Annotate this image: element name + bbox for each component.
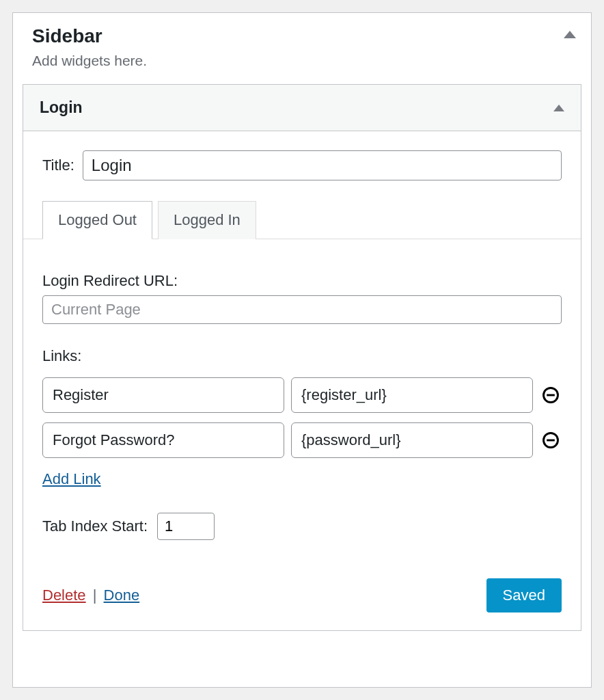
done-link[interactable]: Done <box>104 587 140 604</box>
tab-logged-out[interactable]: Logged Out <box>42 201 152 239</box>
sidebar-header: Sidebar Add widgets here. <box>13 13 591 84</box>
remove-circle-icon <box>541 386 560 405</box>
tabindex-input[interactable] <box>157 513 215 540</box>
tabs: Logged Out Logged In <box>23 201 581 239</box>
widget-header[interactable]: Login <box>23 85 581 131</box>
title-row: Title: <box>42 150 562 180</box>
widget-body: Title: Logged Out Logged In Login Redire… <box>23 131 581 630</box>
tab-logged-in[interactable]: Logged In <box>158 201 256 239</box>
sidebar-panel: Sidebar Add widgets here. Login Title: L… <box>12 12 592 688</box>
link-label-input[interactable] <box>42 422 284 458</box>
tabindex-row: Tab Index Start: <box>42 513 562 540</box>
saved-button[interactable]: Saved <box>486 578 562 612</box>
redirect-section: Login Redirect URL: <box>42 272 562 324</box>
redirect-label: Login Redirect URL: <box>42 272 562 290</box>
collapse-up-icon[interactable] <box>564 31 576 38</box>
link-row <box>42 422 562 458</box>
links-section: Links: <box>42 347 562 488</box>
remove-link-button[interactable] <box>540 384 562 406</box>
redirect-input[interactable] <box>42 295 562 324</box>
title-input[interactable] <box>83 150 562 180</box>
remove-link-button[interactable] <box>540 429 562 451</box>
tabindex-label: Tab Index Start: <box>42 517 148 535</box>
title-label: Title: <box>42 157 74 174</box>
link-url-input[interactable] <box>291 422 533 458</box>
links-label: Links: <box>42 347 562 365</box>
widget-title: Login <box>40 98 83 117</box>
link-url-input[interactable] <box>291 377 533 413</box>
footer-links: Delete | Done <box>42 587 139 604</box>
separator: | <box>93 587 97 604</box>
link-label-input[interactable] <box>42 377 284 413</box>
widget-login: Login Title: Logged Out Logged In Login … <box>23 84 581 631</box>
collapse-up-icon <box>553 105 564 111</box>
remove-circle-icon <box>541 431 560 450</box>
sidebar-title: Sidebar <box>32 25 572 47</box>
link-row <box>42 377 562 413</box>
sidebar-description: Add widgets here. <box>32 53 572 69</box>
add-link-button[interactable]: Add Link <box>42 470 101 488</box>
delete-link[interactable]: Delete <box>42 587 86 604</box>
widget-footer: Delete | Done Saved <box>42 578 562 612</box>
